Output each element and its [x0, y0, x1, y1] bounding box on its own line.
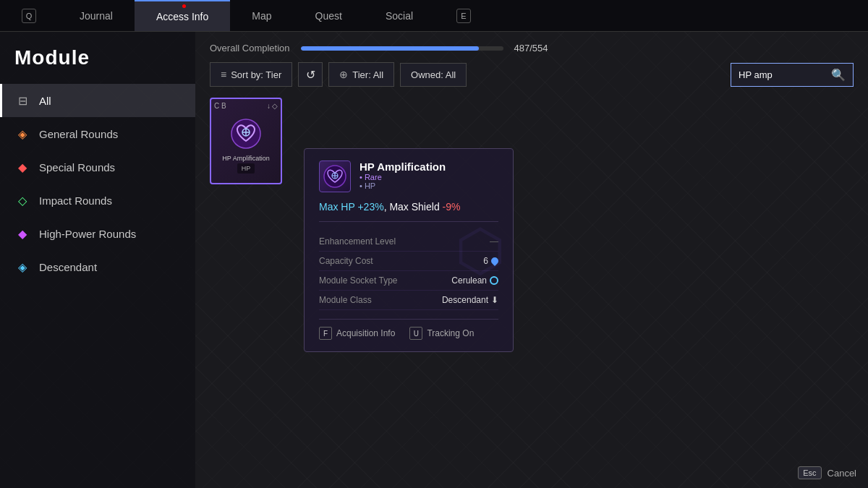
tracking-btn[interactable]: U Tracking On — [409, 327, 474, 340]
quest-label: Quest — [315, 10, 342, 22]
sidebar-item-general-label: General Rounds — [39, 128, 118, 140]
sidebar-item-descendant[interactable]: ◈ Descendant — [0, 250, 195, 283]
enhancement-label: Enhancement Level — [319, 236, 396, 247]
module-card-tag: HP — [237, 163, 255, 174]
droplet-icon — [490, 256, 500, 266]
u-key: U — [409, 327, 422, 340]
capacity-number: 6 — [483, 256, 488, 266]
sort-icon: ≡ — [221, 69, 226, 80]
cerulean-icon — [490, 276, 498, 285]
sidebar-item-general-rounds[interactable]: ◈ General Rounds — [0, 117, 195, 150]
detail-row-socket: Module Socket Type Cerulean — [319, 271, 498, 291]
cancel-label: Cancel — [827, 468, 856, 479]
descendant-icon: ◈ — [14, 259, 30, 275]
acquisition-info-btn[interactable]: F Acquisition Info — [319, 327, 395, 340]
special-rounds-icon: ◆ — [14, 159, 30, 175]
sidebar-item-special-rounds[interactable]: ◆ Special Rounds — [0, 150, 195, 184]
module-detail-panel: ⬡ HP Amplification • Ra — [304, 148, 514, 352]
stat-negative-value: -9% — [443, 201, 461, 213]
sidebar-item-all[interactable]: ⊟ All — [0, 84, 195, 117]
class-label: Module Class — [319, 295, 372, 305]
q-key: Q — [22, 9, 36, 23]
access-info-label: Access Info — [156, 11, 208, 22]
page-title: Module — [0, 43, 195, 84]
sort-label: Sort by: Tier — [231, 69, 281, 80]
stat-positive: Max HP +23% — [319, 201, 384, 213]
tracking-label: Tracking On — [427, 328, 474, 338]
socket-label: Module Socket Type — [319, 275, 398, 286]
class-value: Descendant ⬇ — [442, 295, 498, 305]
map-label: Map — [252, 10, 271, 22]
sidebar-item-special-label: Special Rounds — [39, 161, 115, 174]
search-input-wrap[interactable]: 🔍 — [731, 63, 854, 87]
class-text: Descendant — [442, 295, 488, 305]
main-content: Module ⊟ All ◈ General Rounds ◆ Special … — [0, 32, 868, 488]
nav-item-e-key: E — [435, 0, 493, 31]
class-icon: ⬇ — [491, 295, 498, 305]
nav-item-access-info[interactable]: Access Info — [135, 0, 230, 31]
esc-cancel: Esc Cancel — [798, 466, 856, 479]
capacity-label: Capacity Cost — [319, 256, 373, 266]
nav-item-journal[interactable]: Journal — [58, 0, 135, 31]
sidebar-item-impact-rounds[interactable]: ◇ Impact Rounds — [0, 184, 195, 217]
general-rounds-icon: ◈ — [14, 126, 30, 142]
tier-label: Tier: All — [352, 69, 383, 80]
filter-row: ≡ Sort by: Tier ↺ ⊕ Tier: All Owned: All… — [210, 62, 854, 87]
module-corner-icon: ↓ — [267, 102, 271, 110]
module-card-name: HP Amplification — [219, 155, 272, 162]
f-key: F — [319, 327, 332, 340]
sidebar-item-all-label: All — [39, 95, 51, 107]
nav-dot — [182, 4, 186, 8]
module-card-corner-tl: C B — [214, 102, 226, 110]
journal-label: Journal — [80, 10, 113, 22]
owned-filter-btn[interactable]: Owned: All — [400, 63, 467, 87]
tier-filter-btn[interactable]: ⊕ Tier: All — [328, 62, 394, 87]
completion-bar-bg — [301, 46, 503, 51]
nav-item-map[interactable]: Map — [230, 0, 293, 31]
sidebar-item-high-power-rounds[interactable]: ◆ High-Power Rounds — [0, 217, 195, 250]
detail-row-class: Module Class Descendant ⬇ — [319, 291, 498, 310]
module-card-corner-tr: ↓ ◇ — [267, 102, 278, 110]
module-detail-stat: Max HP +23%, Max Shield -9% — [319, 201, 498, 222]
enhancement-dash: — — [490, 236, 498, 247]
module-detail-name: HP Amplification — [359, 160, 498, 173]
right-content: Overall Completion 487/554 ≡ Sort by: Ti… — [195, 32, 868, 488]
impact-rounds-icon: ◇ — [14, 192, 30, 208]
sort-filter-btn[interactable]: ≡ Sort by: Tier — [210, 62, 292, 87]
all-icon: ⊟ — [14, 93, 30, 108]
sidebar-item-descendant-label: Descendant — [39, 261, 97, 273]
high-power-rounds-icon: ◆ — [14, 226, 30, 241]
sidebar: Module ⊟ All ◈ General Rounds ◆ Special … — [0, 32, 195, 488]
acquisition-label: Acquisition Info — [336, 328, 395, 338]
enhancement-value: — — [490, 236, 498, 247]
refresh-icon: ↺ — [306, 68, 315, 82]
nav-item-social[interactable]: Social — [364, 0, 435, 31]
socket-value: Cerulean — [451, 275, 498, 286]
completion-label: Overall Completion — [210, 43, 290, 53]
esc-key: Esc — [798, 466, 821, 479]
module-card-image — [228, 116, 264, 152]
module-detail-header: HP Amplification • Rare • HP — [319, 160, 498, 192]
search-input[interactable] — [739, 69, 825, 80]
modules-area: C B ↓ ◇ HP Amplification HP — [210, 98, 854, 184]
module-corner-icon2: ◇ — [272, 102, 278, 110]
module-card[interactable]: C B ↓ ◇ HP Amplification HP — [210, 98, 282, 184]
module-title-section: HP Amplification • Rare • HP — [359, 160, 498, 190]
search-button[interactable]: 🔍 — [831, 68, 846, 82]
completion-count: 487/554 — [514, 43, 548, 53]
refresh-btn[interactable]: ↺ — [298, 62, 323, 87]
top-nav: Q Journal Access Info Map Quest Social E — [0, 0, 868, 32]
detail-actions: F Acquisition Info U Tracking On — [319, 319, 498, 340]
sidebar-item-highpower-label: High-Power Rounds — [39, 228, 136, 240]
social-label: Social — [386, 10, 413, 22]
sidebar-item-impact-label: Impact Rounds — [39, 194, 112, 207]
socket-text: Cerulean — [451, 275, 487, 286]
completion-bar-fill — [301, 46, 479, 51]
nav-item-q-key: Q — [0, 0, 58, 31]
e-key: E — [456, 9, 471, 23]
layers-icon: ⊕ — [339, 69, 348, 80]
completion-bar-row: Overall Completion 487/554 — [210, 43, 854, 53]
detail-row-enhancement: Enhancement Level — — [319, 232, 498, 252]
capacity-value: 6 — [483, 256, 498, 266]
nav-item-quest[interactable]: Quest — [294, 0, 364, 31]
